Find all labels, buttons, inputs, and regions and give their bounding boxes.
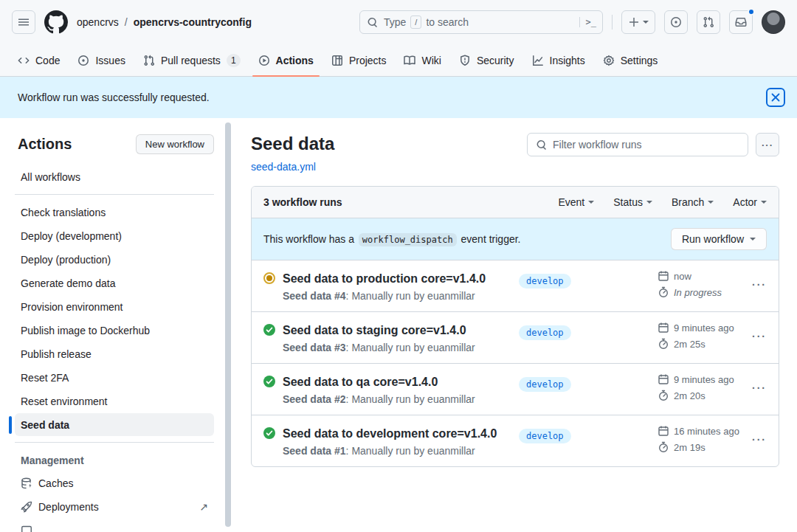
sidebar-item-deploy-development[interactable]: Deploy (development) <box>15 224 214 247</box>
breadcrumb-org-link[interactable]: opencrvs <box>77 16 119 28</box>
slash-key-hint: / <box>410 15 421 29</box>
tab-label: Actions <box>276 55 314 66</box>
sidebar-item-deploy-production[interactable]: Deploy (production) <box>15 248 214 271</box>
run-workflow-button[interactable]: Run workflow <box>671 228 767 250</box>
sidebar-scrollbar[interactable] <box>225 122 231 527</box>
event-filter-dropdown[interactable]: Event <box>558 196 594 208</box>
sidebar-item-provision-environment[interactable]: Provision environment <box>15 295 214 318</box>
tab-projects[interactable]: Projects <box>325 44 393 76</box>
run-options-button[interactable]: ··· <box>752 382 767 394</box>
issues-header-button[interactable] <box>664 10 688 34</box>
partial-item-icon <box>21 525 32 532</box>
dispatch-notice-text: This workflow has a workflow_dispatch ev… <box>263 233 520 245</box>
tab-insights[interactable]: Insights <box>526 44 591 76</box>
sidebar-item-caches[interactable]: Caches <box>15 471 214 494</box>
workflow-dispatch-notice: This workflow has a workflow_dispatch ev… <box>252 218 779 260</box>
run-title-link[interactable]: Seed data to qa core=v1.4.0 <box>283 373 475 390</box>
dropdown-caret-icon <box>646 201 652 204</box>
actor-filter-dropdown[interactable]: Actor <box>733 196 767 208</box>
sidebar-divider <box>15 442 214 443</box>
workflow-run-row: Seed data to staging core=v1.4.0 Seed da… <box>252 311 779 363</box>
tab-security[interactable]: Security <box>453 44 520 76</box>
sidebar-item-reset-environment[interactable]: Reset environment <box>15 390 214 412</box>
run-title-link[interactable]: Seed data to development core=v1.4.0 <box>283 425 497 442</box>
tab-code[interactable]: Code <box>12 44 66 76</box>
filter-workflow-runs-input[interactable] <box>553 139 740 151</box>
tab-label: Settings <box>621 55 658 66</box>
create-new-button[interactable] <box>621 10 655 34</box>
breadcrumb-repo-link[interactable]: opencrvs-countryconfig <box>134 16 252 28</box>
pull-requests-count-badge: 1 <box>227 54 241 67</box>
new-workflow-button[interactable]: New workflow <box>136 134 214 154</box>
sidebar-item-publish-release[interactable]: Publish release <box>15 342 214 365</box>
sidebar-item-label: Seed data <box>21 419 69 431</box>
workflow-options-button[interactable]: ··· <box>756 133 779 156</box>
sidebar-item-seed-data[interactable]: Seed data <box>15 413 214 436</box>
calendar-icon <box>658 270 669 282</box>
run-subtitle: Seed data #1: Manually run by euanmillar <box>283 445 497 457</box>
branch-badge[interactable]: develop <box>519 429 571 443</box>
stopwatch-icon <box>658 338 669 350</box>
github-logo[interactable] <box>44 10 68 34</box>
branch-badge[interactable]: develop <box>519 377 571 392</box>
sidebar-item-label: Caches <box>38 477 73 489</box>
run-subtitle: Seed data #4: Manually run by euanmillar <box>283 290 486 302</box>
sidebar-item-all-workflows[interactable]: All workflows <box>15 165 214 188</box>
sidebar-item-partial[interactable] <box>15 519 214 532</box>
sidebar-item-deployments[interactable]: Deployments ↗ <box>15 495 214 518</box>
run-duration: In progress <box>674 287 722 298</box>
calendar-icon <box>658 425 669 437</box>
shield-icon <box>459 55 471 66</box>
run-options-button[interactable]: ··· <box>752 331 767 342</box>
branch-badge[interactable]: develop <box>519 274 571 289</box>
hamburger-menu-button[interactable] <box>12 10 35 34</box>
command-palette-icon[interactable]: >_ <box>579 17 596 27</box>
tab-wiki[interactable]: Wiki <box>398 44 446 76</box>
sidebar-item-reset-2fa[interactable]: Reset 2FA <box>15 366 214 389</box>
flash-close-button[interactable] <box>766 88 785 107</box>
run-options-button[interactable]: ··· <box>752 434 767 446</box>
project-table-icon <box>331 55 343 66</box>
user-avatar[interactable] <box>762 10 785 34</box>
git-pull-request-icon <box>143 55 155 66</box>
tab-issues[interactable]: Issues <box>72 44 131 76</box>
run-time: 9 minutes ago <box>674 322 734 334</box>
run-subtitle: Seed data #2: Manually run by euanmillar <box>283 393 475 405</box>
workflow-file-link[interactable]: seed-data.yml <box>251 161 316 173</box>
branch-filter-dropdown[interactable]: Branch <box>672 196 714 208</box>
search-icon <box>535 139 547 151</box>
inbox-notifications-button[interactable] <box>729 10 753 34</box>
sidebar-item-label: Deployments <box>38 501 99 513</box>
sidebar-item-publish-image-to-dockerhub[interactable]: Publish image to Dockerhub <box>15 319 214 342</box>
sidebar-item-check-translations[interactable]: Check translations <box>15 201 214 224</box>
sidebar-item-generate-demo-data[interactable]: Generate demo data <box>15 272 214 294</box>
filter-workflow-runs-box <box>527 133 748 156</box>
run-meta: now In progress <box>658 270 740 298</box>
dropdown-caret-icon <box>750 238 756 241</box>
tab-label: Wiki <box>421 55 441 66</box>
branch-badge[interactable]: develop <box>519 325 571 340</box>
tab-pull-requests[interactable]: Pull requests 1 <box>137 44 246 76</box>
repo-tab-nav: Code Issues Pull requests 1 Actions Proj… <box>0 44 797 77</box>
status-filter-dropdown[interactable]: Status <box>613 196 652 208</box>
dropdown-caret-icon <box>643 21 649 24</box>
stopwatch-icon <box>658 286 669 298</box>
global-header: opencrvs / opencrvs-countryconfig Type /… <box>0 0 797 44</box>
tab-settings[interactable]: Settings <box>597 44 664 76</box>
run-title-link[interactable]: Seed data to production core=v1.4.0 <box>283 270 486 287</box>
rocket-icon <box>21 501 32 513</box>
in-progress-status-icon <box>263 272 275 284</box>
run-title-link[interactable]: Seed data to staging core=v1.4.0 <box>283 322 475 339</box>
pull-requests-header-button[interactable] <box>697 10 720 34</box>
plus-icon <box>628 16 640 28</box>
gear-icon <box>603 55 615 66</box>
run-options-button[interactable]: ··· <box>752 279 767 291</box>
flash-message: Workflow run was successfully requested. <box>18 91 210 103</box>
workflow-run-row: Seed data to production core=v1.4.0 Seed… <box>252 260 779 311</box>
tab-actions[interactable]: Actions <box>252 44 320 76</box>
success-check-icon <box>263 376 275 387</box>
workflow-run-row: Seed data to qa core=v1.4.0 Seed data #2… <box>252 363 779 415</box>
flash-success-banner: Workflow run was successfully requested. <box>0 77 797 118</box>
global-search-input[interactable]: Type / to search >_ <box>359 10 603 34</box>
run-meta: 16 minutes ago 2m 19s <box>658 425 740 453</box>
